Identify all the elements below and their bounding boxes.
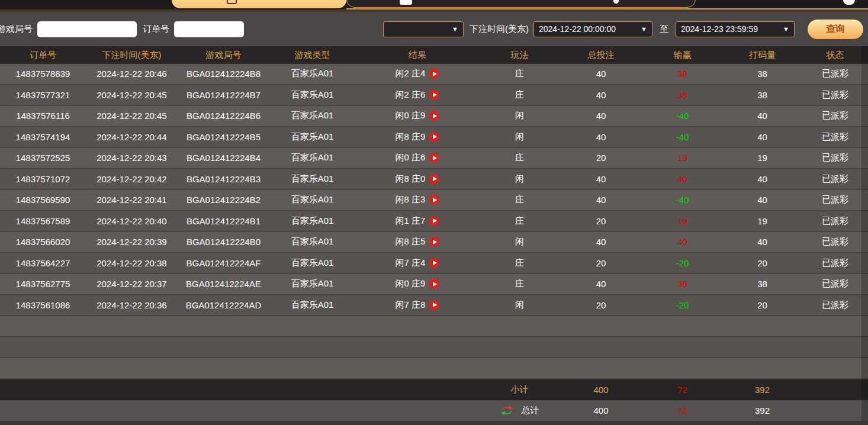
- cell-order-no: 14837567589: [0, 216, 86, 226]
- play-icon[interactable]: [429, 216, 439, 226]
- play-icon[interactable]: [429, 153, 439, 163]
- tab-underline: [0, 8, 868, 12]
- table-row: 14837572525 2024-12-22 20:43 BGA01241222…: [0, 148, 868, 169]
- cell-order-no: 14837566020: [0, 237, 86, 247]
- cell-round-no: BGA012412224B7: [178, 90, 269, 100]
- cell-status: 已派彩: [802, 110, 868, 121]
- table-body: 14837578839 2024-12-22 20:46 BGA01241222…: [0, 64, 868, 316]
- cell-total-bet: 20: [560, 258, 642, 268]
- filter-bar: 游戏局号 订单号 ▼ 下注时间(美东) 2024-12-22 00:00:00 …: [0, 12, 868, 46]
- bet-time-label: 下注时间(美东): [470, 24, 529, 35]
- scrollbar-track[interactable]: [861, 46, 868, 421]
- date-from-select[interactable]: 2024-12-22 00:00:00 ▼: [533, 21, 652, 37]
- play-icon[interactable]: [429, 132, 439, 142]
- cell-result: 闲0 庄9: [355, 278, 480, 289]
- cell-result: 闲1 庄7: [355, 215, 480, 227]
- table-row: 14837578839 2024-12-22 20:46 BGA01241222…: [0, 64, 868, 85]
- col-result: 结果: [355, 50, 480, 61]
- cell-win-loss: 38: [642, 69, 722, 79]
- cell-result: 闲7 庄8: [355, 300, 480, 311]
- table-row: 14837561086 2024-12-22 20:36 BGA01241222…: [0, 295, 868, 317]
- tab-inactive[interactable]: [346, 0, 696, 8]
- cell-status: 已派彩: [802, 278, 868, 289]
- cell-turnover: 40: [722, 195, 802, 205]
- play-icon[interactable]: [429, 300, 439, 310]
- cell-order-no: 14837564227: [0, 258, 86, 268]
- col-total-bet: 总投注: [560, 50, 642, 61]
- order-no-input[interactable]: [174, 21, 244, 37]
- cell-total-bet: 40: [560, 279, 642, 289]
- empty-row: [0, 358, 868, 379]
- cell-round-no: BGA012412224B5: [178, 132, 269, 142]
- cell-total-bet: 40: [560, 132, 642, 142]
- cell-play: 庄: [480, 89, 560, 101]
- total-turnover: 392: [722, 405, 802, 416]
- cell-play: 庄: [480, 215, 560, 227]
- col-win-loss: 输赢: [642, 50, 722, 61]
- play-icon[interactable]: [429, 279, 439, 289]
- total-win-loss: 72: [642, 405, 722, 416]
- cell-result: 闲0 庄6: [355, 152, 480, 163]
- table-row: 14837577321 2024-12-22 20:45 BGA01241222…: [0, 85, 868, 107]
- cell-play: 闲: [480, 131, 560, 143]
- cell-play: 庄: [480, 278, 560, 289]
- cell-total-bet: 20: [560, 216, 642, 226]
- cell-total-bet: 40: [560, 111, 642, 121]
- result-text: 闲2 庄4: [396, 68, 426, 79]
- cell-order-no: 14837576116: [0, 111, 86, 121]
- top-right-icon[interactable]: [843, 0, 855, 5]
- col-play: 玩法: [480, 50, 560, 61]
- cell-bet-time: 2024-12-22 20:36: [86, 300, 178, 310]
- cell-order-no: 14837569590: [0, 195, 86, 205]
- table-row: 14837567589 2024-12-22 20:40 BGA01241222…: [0, 211, 868, 233]
- play-icon[interactable]: [429, 174, 439, 184]
- cell-game-type: 百家乐A01: [269, 278, 355, 289]
- result-text: 闲7 庄8: [396, 300, 426, 311]
- type-select[interactable]: ▼: [383, 21, 464, 37]
- date-to-select[interactable]: 2024-12-23 23:59:59 ▼: [676, 21, 795, 37]
- cell-game-type: 百家乐A01: [269, 110, 355, 121]
- cell-bet-time: 2024-12-22 20:40: [86, 216, 178, 226]
- document-icon: [227, 0, 237, 4]
- cell-game-type: 百家乐A01: [269, 194, 355, 205]
- cell-game-type: 百家乐A01: [269, 215, 355, 227]
- cell-game-type: 百家乐A01: [269, 89, 355, 101]
- play-icon[interactable]: [429, 237, 439, 247]
- white-icon: [400, 0, 412, 5]
- play-icon[interactable]: [429, 69, 439, 79]
- cell-play: 闲: [480, 300, 560, 311]
- result-text: 闲8 庄9: [396, 131, 426, 143]
- query-button[interactable]: 查询: [808, 20, 863, 39]
- order-no-label: 订单号: [143, 24, 169, 35]
- play-icon[interactable]: [429, 258, 439, 268]
- cell-status: 已派彩: [802, 300, 868, 311]
- cell-order-no: 14837561086: [0, 300, 86, 310]
- play-icon[interactable]: [429, 111, 439, 121]
- game-round-input[interactable]: [37, 21, 137, 37]
- table-row: 14837562775 2024-12-22 20:37 BGA01241222…: [0, 274, 868, 295]
- play-icon[interactable]: [429, 90, 439, 100]
- tab-active[interactable]: [172, 0, 346, 8]
- game-round-label: 游戏局号: [0, 24, 33, 35]
- to-label: 至: [660, 24, 668, 35]
- cell-bet-time: 2024-12-22 20:45: [86, 111, 178, 121]
- cell-status: 已派彩: [802, 89, 868, 101]
- cell-play: 闲: [480, 236, 560, 247]
- play-icon[interactable]: [429, 195, 439, 205]
- cell-turnover: 40: [722, 174, 802, 184]
- table-row: 14837566020 2024-12-22 20:39 BGA01241222…: [0, 232, 868, 253]
- cell-total-bet: 40: [560, 69, 642, 79]
- cell-play: 闲: [480, 173, 560, 185]
- col-game-type: 游戏类型: [269, 50, 355, 61]
- subtotal-label: 小计: [480, 384, 560, 395]
- cell-bet-time: 2024-12-22 20:43: [86, 153, 178, 163]
- cell-round-no: BGA012412224AD: [178, 300, 269, 310]
- cell-turnover: 20: [722, 258, 802, 268]
- total-row: 总计 400 72 392: [0, 400, 868, 421]
- cell-order-no: 14837578839: [0, 69, 86, 79]
- refresh-swap-icon[interactable]: [500, 405, 513, 416]
- cell-win-loss: 38: [642, 279, 722, 289]
- cell-win-loss: 40: [642, 237, 722, 247]
- result-text: 闲0 庄9: [396, 278, 426, 289]
- cell-order-no: 14837562775: [0, 279, 86, 289]
